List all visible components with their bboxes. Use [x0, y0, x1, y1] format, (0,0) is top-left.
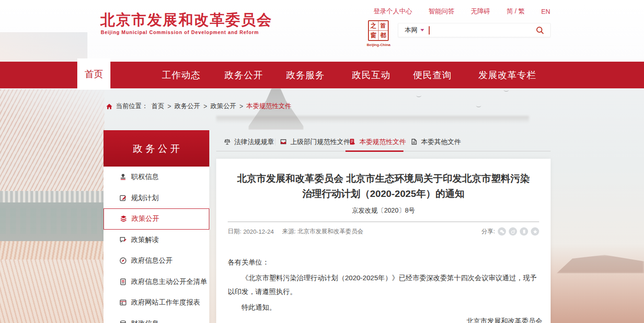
sidebar-item-website-annual-report[interactable]: 政府网站工作年度报表: [104, 292, 209, 313]
sidebar-item-label: 职权信息: [131, 173, 159, 181]
sidebar-item-planning[interactable]: 规划计划: [104, 188, 209, 209]
doc-other-icon: [410, 138, 418, 145]
sidebar-item-label: 财政信息: [131, 319, 159, 323]
seal-caption: Beijing-China: [364, 43, 393, 47]
divider: [228, 221, 539, 222]
site-logo-subtitle: Beijing Municipal Commission of Developm…: [101, 29, 259, 35]
sidebar-title: 政务公开: [130, 142, 183, 155]
search-bar: 本网: [398, 23, 551, 37]
breadcrumb-policy-open[interactable]: 政策公开: [210, 102, 236, 110]
breadcrumb-separator: >: [203, 103, 207, 110]
nav-item-work-news[interactable]: 工作动态: [162, 62, 201, 88]
share-bar: 分享:: [481, 227, 539, 236]
chevron-down-icon: [420, 29, 424, 31]
sidebar-item-gov-info-open[interactable]: 政府信息公开: [104, 250, 209, 271]
nav-item-gov-services[interactable]: 政务服务: [286, 62, 325, 88]
article-card: 北京市发展和改革委员会 北京市生态环境局关于印发北京市塑料污染治理行动计划（20…: [216, 159, 551, 323]
seal-char: 都: [379, 31, 388, 40]
breadcrumb-separator: >: [239, 103, 243, 110]
article-doc-number: 京发改规〔2020〕8号: [216, 207, 551, 215]
stamp-icon: [119, 173, 127, 181]
sidebar-item-label: 政府信息公开: [131, 256, 172, 265]
share-label: 分享:: [481, 227, 495, 236]
sidebar-item-label: 政策公开: [132, 214, 159, 223]
article-signature: 北京市发展和改革委员会: [216, 317, 542, 323]
breadcrumb-current: 本委规范性文件: [247, 102, 292, 110]
sidebar-header: 政务公开: [104, 130, 209, 167]
tab-separator: [275, 138, 276, 145]
scales-icon: [224, 138, 231, 145]
sidebar-item-proactive-disclosure-list[interactable]: 政府信息主动公开全清单: [104, 271, 209, 293]
search-icon: [535, 26, 545, 35]
report-icon: [119, 299, 127, 306]
article-meta-row: 日期: 2020-12-24 来源: 北京市发展和改革委员会 分享:: [228, 226, 539, 237]
nav-item-home[interactable]: 首页: [77, 58, 110, 90]
distant-roofline: [216, 116, 529, 123]
compass-icon: [119, 257, 127, 265]
list-icon: [119, 278, 127, 286]
search-scope-label: 本网: [405, 26, 418, 35]
date-label: 日期:: [228, 227, 242, 236]
tab-commission-normative-docs[interactable]: 本委规范性文件: [349, 133, 406, 151]
sidebar-menu: 职权信息 规划计划 政策公开: [104, 167, 209, 323]
roof-beam-ornament: [0, 208, 104, 234]
beijing-china-seal-logo[interactable]: 之 首 窗 都: [368, 20, 389, 41]
article-body: 各有关单位： 《北京市塑料污染治理行动计划（2020-2025年）》已经市委深改…: [228, 255, 539, 314]
article-meta: 日期: 2020-12-24 来源: 北京市发展和改革委员会: [228, 227, 363, 236]
header-top-links: 登录个人中心 智能问答 无障碍 简 / 繁 EN: [374, 7, 550, 16]
simplified-traditional-toggle[interactable]: 简 / 繁: [506, 7, 525, 16]
forbidden-city-roof-right: [551, 244, 644, 323]
bird-mark: [476, 104, 481, 107]
page: 北京市发展和改革委员会 Beijing Municipal Commission…: [0, 0, 644, 323]
search-input[interactable]: [430, 23, 535, 37]
sidebar-item-fiscal-info[interactable]: 财政信息: [104, 313, 209, 323]
tab-commission-other-docs[interactable]: 本委其他文件: [410, 133, 461, 151]
breadcrumb-home[interactable]: 首页: [151, 102, 164, 110]
sidebar-item-policy-open[interactable]: 政策公开: [104, 208, 209, 230]
accessibility-link[interactable]: 无障碍: [471, 7, 490, 16]
coins-icon: [119, 320, 127, 323]
sidebar: 政务公开 职权信息 规划计划: [104, 130, 209, 323]
doc-edit-icon: [349, 138, 356, 145]
active-tab-underline: [345, 150, 403, 152]
search-button[interactable]: [535, 26, 545, 35]
tab-separator: [404, 138, 404, 145]
home-icon: [106, 103, 113, 110]
header-left-tint: [0, 32, 87, 62]
tab-label: 法律法规规章: [234, 138, 274, 146]
nav-item-interaction[interactable]: 政民互动: [352, 62, 391, 88]
roof-tiles-lower: [0, 260, 104, 323]
source-value: 北京市发展和改革委员会: [298, 227, 363, 236]
english-link[interactable]: EN: [541, 8, 550, 15]
wechat-share-icon[interactable]: [498, 227, 506, 236]
mobile-share-icon[interactable]: [520, 227, 528, 236]
breadcrumb-gov-openness[interactable]: 政务公开: [174, 102, 200, 110]
seal-char: 窗: [369, 31, 379, 40]
bird-mark: [416, 94, 421, 97]
site-logo-title[interactable]: 北京市发展和改革委员会: [100, 10, 272, 30]
sidebar-item-label: 政府信息主动公开全清单: [131, 277, 207, 286]
sidebar-item-label: 政府网站工作年度报表: [131, 298, 200, 307]
weibo-share-icon[interactable]: [509, 227, 517, 236]
forbidden-city-roof-left: [0, 89, 104, 323]
sidebar-item-policy-interpretation[interactable]: 政策解读: [104, 230, 209, 251]
nav-item-gov-openness[interactable]: 政务公开: [224, 62, 263, 88]
source-label: 来源:: [282, 227, 296, 236]
tab-laws-regulations[interactable]: 法律法规规章: [224, 133, 274, 151]
sidebar-item-authority-info[interactable]: 职权信息: [104, 167, 209, 188]
article-title: 北京市发展和改革委员会 北京市生态环境局关于印发北京市塑料污染治理行动计划（20…: [235, 171, 532, 201]
roof-sky-edge: [0, 89, 104, 191]
qzone-share-icon[interactable]: [531, 227, 539, 236]
breadcrumb-prefix: 当前位置：: [116, 102, 148, 110]
tab-superior-normative-docs[interactable]: 上级部门规范性文件: [280, 133, 351, 151]
article-paragraph: 各有关单位：: [228, 255, 539, 269]
search-scope-dropdown[interactable]: 本网: [405, 26, 424, 35]
nav-item-convenience[interactable]: 便民查询: [413, 62, 452, 88]
nav-item-reform-column[interactable]: 发展改革专栏: [478, 62, 536, 88]
main-nav: 首页 工作动态 政务公开 政务服务 政民互动 便民查询 发展改革专栏: [0, 62, 644, 88]
smart-qa-link[interactable]: 智能问答: [429, 7, 454, 16]
document-category-tabs: 法律法规规章 上级部门规范性文件 本委规范性文件: [216, 133, 551, 151]
seal-char: 之: [369, 21, 379, 31]
sidebar-item-label: 规划计划: [131, 194, 159, 202]
login-personal-center-link[interactable]: 登录个人中心: [374, 7, 412, 16]
